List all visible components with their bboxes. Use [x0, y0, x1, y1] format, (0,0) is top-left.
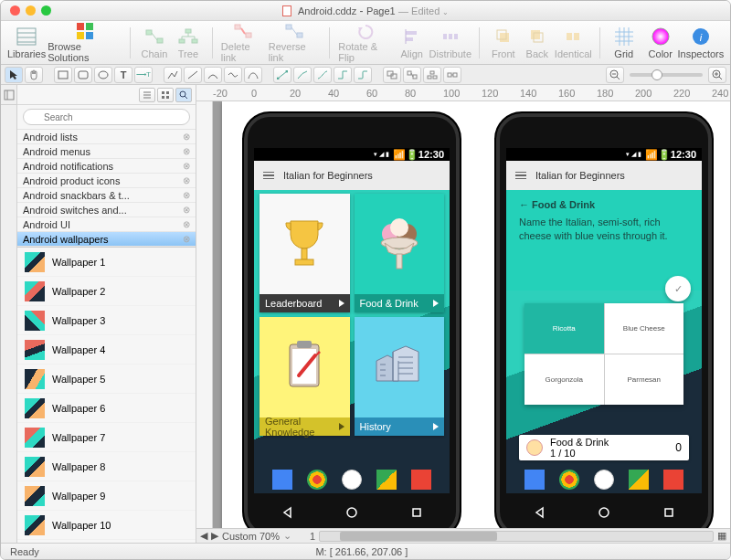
hamburger-icon[interactable] — [263, 172, 274, 180]
category-row[interactable]: Android product icons⊗ — [17, 174, 196, 188]
pointer-tool[interactable] — [5, 67, 23, 83]
page-next[interactable]: ▶ — [211, 530, 218, 542]
dock-app-4[interactable] — [376, 470, 397, 490]
grid-button[interactable]: Grid — [609, 23, 640, 63]
group-select-tool[interactable] — [383, 67, 401, 83]
ellipse-tool[interactable] — [94, 67, 112, 83]
tree-button[interactable]: Tree — [173, 23, 204, 63]
panel-toggle-icon[interactable] — [4, 90, 15, 100]
dock-app-maps[interactable] — [411, 470, 431, 490]
quiz-back[interactable]: ← Food & Drink — [519, 199, 689, 210]
dock-app-4[interactable] — [629, 470, 649, 490]
connector-arc-tool[interactable] — [293, 67, 312, 83]
connector-round-tool[interactable] — [354, 67, 372, 83]
card-history[interactable]: History — [355, 317, 445, 436]
org-tool[interactable] — [443, 67, 461, 83]
close-icon[interactable]: ⊗ — [183, 146, 190, 156]
category-row[interactable]: Android switches and...⊗ — [17, 203, 196, 217]
text-tool[interactable]: T — [114, 67, 132, 83]
category-row[interactable]: Android snackbars & t...⊗ — [17, 188, 196, 203]
nav-recent-icon[interactable] — [662, 506, 675, 519]
minimize-icon[interactable] — [26, 5, 36, 16]
identical-button[interactable]: Identical — [556, 23, 591, 63]
wallpaper-item[interactable]: Wallpaper 2 — [17, 277, 196, 306]
close-icon[interactable]: ⊗ — [183, 205, 190, 215]
answer-option[interactable]: Parmesan — [605, 354, 684, 405]
category-row[interactable]: Android lists⊗ — [17, 130, 196, 144]
nav-back-icon[interactable] — [533, 506, 546, 519]
link-text-tool[interactable]: ⟶T — [134, 67, 153, 83]
connector-direct-tool[interactable] — [273, 67, 291, 83]
rotate-flip-button[interactable]: Rotate & Flip — [338, 23, 393, 63]
wallpaper-item[interactable]: Wallpaper 9 — [17, 481, 196, 511]
dock-app-maps[interactable] — [663, 470, 683, 490]
h-scrollbar[interactable] — [319, 531, 714, 542]
chain-button[interactable]: Chain — [139, 23, 170, 63]
list-view-button[interactable] — [139, 88, 155, 102]
wallpaper-item[interactable]: Wallpaper 7 — [17, 423, 196, 452]
page-prev[interactable]: ◀ — [200, 530, 207, 542]
polyline-tool[interactable] — [164, 67, 182, 83]
search-mode-button[interactable] — [175, 88, 192, 102]
wallpaper-item[interactable]: Wallpaper 1 — [17, 248, 196, 277]
dock-app-chrome[interactable] — [307, 470, 327, 490]
card-leaderboard[interactable]: Leaderboard — [260, 194, 350, 312]
card-general-knowledge[interactable]: General Knowledge — [260, 317, 350, 436]
arc-tool[interactable] — [204, 67, 222, 83]
close-icon[interactable]: ⊗ — [183, 161, 190, 171]
hamburger-icon[interactable] — [515, 172, 526, 180]
relation-tool[interactable] — [403, 67, 421, 83]
card-food-drink[interactable]: Food & Drink — [355, 194, 445, 312]
bezier-tool[interactable] — [244, 67, 262, 83]
front-button[interactable]: Front — [488, 23, 519, 63]
zoom-out-button[interactable] — [606, 67, 624, 83]
phone-mockup-left[interactable]: ▾ ◢ ▮ 📶🔋12:30 Italian for Beginners Lead… — [242, 111, 461, 528]
page-number[interactable]: 1 — [310, 531, 315, 542]
spline-tool[interactable] — [224, 67, 242, 83]
dock-app-drawer[interactable] — [342, 470, 362, 490]
libraries-button[interactable]: Libraries — [8, 23, 45, 63]
grid-view-button[interactable] — [157, 88, 174, 102]
hand-tool[interactable] — [25, 67, 43, 83]
dock-app-1[interactable] — [272, 470, 292, 490]
category-row[interactable]: Android UI⊗ — [17, 217, 196, 232]
nav-home-icon[interactable] — [598, 506, 610, 519]
zoom-slider[interactable] — [630, 73, 703, 77]
dock-app-drawer[interactable] — [594, 470, 614, 490]
close-icon[interactable] — [10, 5, 20, 16]
nav-home-icon[interactable] — [345, 506, 358, 519]
canvas[interactable]: ▾ ◢ ▮ 📶🔋12:30 Italian for Beginners Lead… — [213, 101, 730, 528]
line-tool[interactable] — [184, 67, 202, 83]
answer-option[interactable]: Blue Cheese — [605, 303, 684, 354]
wallpaper-item[interactable]: Wallpaper 10 — [17, 511, 196, 540]
dock-app-chrome[interactable] — [559, 470, 579, 490]
close-icon[interactable]: ⊗ — [183, 175, 190, 185]
zoom-in-button[interactable] — [708, 67, 726, 83]
zoom-icon[interactable] — [41, 5, 51, 16]
category-row[interactable]: Android menus⊗ — [17, 144, 196, 159]
wallpaper-item[interactable]: Wallpaper 8 — [17, 452, 196, 481]
wallpaper-item[interactable]: Wallpaper 4 — [17, 335, 196, 365]
category-row[interactable]: Android notifications⊗ — [17, 159, 196, 174]
wallpaper-item[interactable]: Wallpaper 6 — [17, 394, 196, 423]
wallpaper-item[interactable]: Wallpaper 5 — [17, 365, 196, 394]
back-button[interactable]: Back — [522, 23, 553, 63]
align-button[interactable]: Align — [397, 23, 428, 63]
dock-app-1[interactable] — [524, 470, 545, 490]
connector-smart-tool[interactable] — [334, 67, 352, 83]
phone-mockup-right[interactable]: ▾ ◢ ▮ 📶🔋12:30 Italian for Beginners ← Fo… — [494, 111, 714, 528]
connector-bezier-tool[interactable] — [313, 67, 332, 83]
category-row[interactable]: Android wallpapers⊗ — [17, 232, 196, 247]
answer-option[interactable]: Ricotta — [524, 303, 604, 354]
confirm-fab[interactable]: ✓ — [665, 276, 691, 301]
close-icon[interactable]: ⊗ — [183, 219, 190, 229]
close-icon[interactable]: ⊗ — [183, 190, 190, 200]
close-icon[interactable]: ⊗ — [183, 132, 190, 142]
tree-select-tool[interactable] — [423, 67, 441, 83]
nav-recent-icon[interactable] — [410, 506, 423, 519]
inspectors-button[interactable]: iInspectors — [679, 23, 723, 63]
close-icon[interactable]: ⊗ — [183, 234, 190, 244]
nav-back-icon[interactable] — [281, 506, 293, 519]
answer-option[interactable]: Gorgonzola — [524, 354, 604, 405]
delete-link-button[interactable]: Delete link — [221, 23, 266, 63]
